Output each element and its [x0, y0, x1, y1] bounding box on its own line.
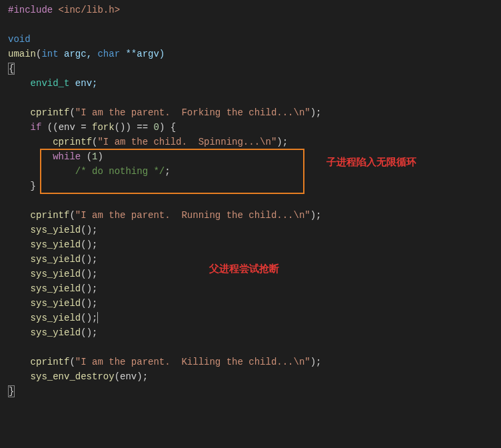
keyword: void — [8, 34, 31, 45]
code-line: while (1) — [8, 149, 501, 164]
code-line: sys_yield(); — [8, 237, 501, 252]
code-line: #include <inc/lib.h> — [8, 3, 501, 17]
code-line: sys_yield(); — [8, 311, 501, 325]
brace-open: { — [8, 63, 15, 75]
type: envid_t — [31, 78, 70, 89]
text-cursor — [97, 312, 98, 323]
code-line — [8, 17, 501, 32]
include-path: <inc/lib.h> — [53, 5, 120, 15]
func-call: sys_env_destroy — [31, 371, 115, 382]
code-line: /* do nothing */; — [8, 164, 501, 179]
func-call: cprintf — [53, 137, 92, 147]
string: "I am the parent. Running the child...\n… — [75, 210, 310, 221]
annotation-child: 子进程陷入无限循环 — [326, 155, 416, 169]
code-line: sys_yield(); — [8, 325, 501, 340]
func-call: sys_yield — [31, 313, 81, 323]
func-call: sys_yield — [31, 269, 81, 279]
func-call: sys_yield — [31, 283, 81, 294]
code-line: cprintf("I am the parent. Killing the ch… — [8, 355, 501, 369]
code-line: } — [8, 384, 501, 399]
keyword: char — [97, 49, 120, 59]
func-call: sys_yield — [31, 327, 81, 338]
string: "I am the parent. Killing the child...\n… — [75, 357, 310, 367]
code-block: #include <inc/lib.h> void umain(int argc… — [8, 3, 501, 399]
func-call: cprintf — [31, 210, 70, 221]
code-line: cprintf("I am the parent. Forking the ch… — [8, 105, 501, 120]
code-line: void — [8, 32, 501, 47]
code-line: cprintf("I am the child. Spinning...\n")… — [8, 135, 501, 149]
code-line — [8, 193, 501, 208]
func-call: sys_yield — [31, 225, 81, 235]
func-call: sys_yield — [31, 254, 81, 265]
keyword: int — [41, 49, 58, 59]
func-call: sys_yield — [31, 239, 81, 250]
keyword: if — [31, 122, 42, 133]
string: "I am the parent. Forking the child...\n… — [75, 107, 310, 118]
code-line: umain(int argc, char **argv) — [8, 47, 501, 61]
code-line: envid_t env; — [8, 76, 501, 91]
code-line: } — [8, 179, 501, 193]
code-line: sys_yield(); — [8, 281, 501, 296]
brace-close: } — [8, 385, 15, 397]
code-line: cprintf("I am the parent. Running the ch… — [8, 208, 501, 223]
comment: /* do nothing */ — [75, 166, 165, 177]
func-call: cprintf — [31, 357, 70, 367]
func-call: fork — [92, 122, 115, 133]
annotation-parent: 父进程尝试抢断 — [209, 261, 279, 276]
code-line: { — [8, 61, 501, 76]
func-call: sys_yield — [31, 298, 81, 309]
code-line: if ((env = fork()) == 0) { — [8, 120, 501, 135]
func-call: cprintf — [31, 107, 70, 118]
string: "I am the child. Spinning...\n" — [97, 137, 276, 147]
code-line: sys_yield(); — [8, 223, 501, 237]
code-line — [8, 340, 501, 355]
func-name: umain — [8, 49, 36, 59]
code-line — [8, 91, 501, 105]
preproc: #include — [8, 5, 53, 15]
keyword: while — [53, 151, 81, 162]
code-line: sys_yield(); — [8, 296, 501, 311]
code-line: sys_env_destroy(env); — [8, 369, 501, 384]
